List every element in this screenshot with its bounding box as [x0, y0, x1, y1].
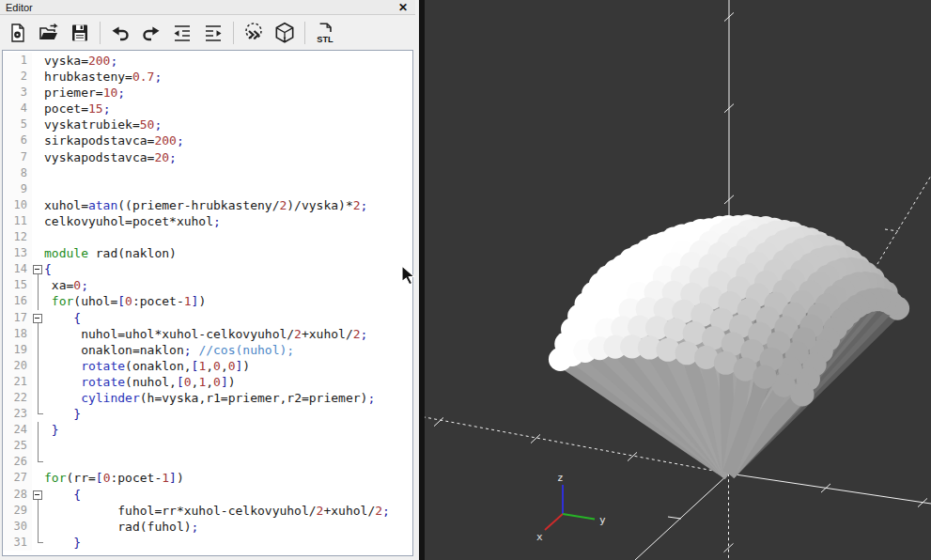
render-button[interactable] [271, 20, 299, 46]
line-number: 3 [3, 85, 32, 101]
line-number: 27 [3, 470, 32, 486]
code-text: } [44, 422, 59, 438]
z-axis-label: z [557, 472, 564, 484]
code-text: cylinder(h=vyska,r1=priemer,r2=priemer); [44, 390, 375, 406]
line-number: 20 [3, 358, 32, 374]
editor-line: 7vyskapodstavca=20; [3, 149, 412, 165]
export-stl-button[interactable]: STL [311, 20, 339, 46]
editor-line: 14{ [3, 261, 412, 277]
line-number: 2 [3, 69, 32, 85]
y-axis-label: y [599, 514, 606, 526]
editor-line: 15 xa=0; [3, 277, 412, 293]
code-text: { [44, 310, 81, 326]
undo-icon [109, 22, 132, 44]
code-text: } [44, 406, 81, 422]
editor-line: 28 { [3, 487, 412, 503]
editor-line: 18 nuhol=uhol*xuhol-celkovyuhol/2+xuhol/… [3, 326, 412, 342]
editor-line: 2hrubkasteny=0.7; [3, 69, 412, 85]
editor-toolbar: STL [0, 16, 423, 49]
editor-line: 1vyska=200; [3, 53, 412, 69]
save-button[interactable] [66, 20, 94, 46]
editor-line: 21 rotate(nuhol,[0,1,0]) [3, 374, 412, 390]
code-text: vyska=200; [44, 53, 117, 69]
line-number: 30 [3, 519, 32, 535]
line-number: 4 [3, 101, 32, 117]
code-text: rotate(nuhol,[0,1,0]) [44, 374, 236, 390]
code-text: celkovyuhol=pocet*xuhol; [44, 213, 221, 229]
redo-button[interactable] [137, 20, 165, 46]
export-stl-icon: STL [313, 21, 337, 45]
toolbar-separator [233, 22, 234, 44]
toolbar-separator [304, 22, 305, 44]
render-cube-icon [272, 21, 297, 45]
editor-dock: Editor ✕ [0, 0, 419, 560]
code-editor[interactable]: 1vyska=200;2hrubkasteny=0.7;3priemer=10;… [2, 50, 413, 556]
code-text: module rad(naklon) [44, 245, 177, 261]
x-axis-label: x [536, 531, 543, 543]
editor-line: 12 [3, 229, 412, 245]
line-number: 24 [3, 422, 32, 438]
fold-margin[interactable] [32, 310, 44, 326]
open-file-button[interactable] [35, 20, 63, 46]
editor-line: 11celkovyuhol=pocet*xuhol; [3, 213, 412, 229]
line-number: 5 [3, 117, 32, 132]
editor-line: 8 [3, 165, 412, 181]
code-text: rad(fuhol); [44, 519, 198, 535]
new-file-icon [7, 22, 29, 44]
code-text: hrubkasteny=0.7; [44, 69, 162, 85]
code-text: for(uhol=[0:pocet-1]) [44, 293, 206, 309]
line-number: 29 [3, 503, 32, 519]
fold-margin [32, 165, 44, 181]
fold-margin [32, 53, 44, 69]
viewport-3d[interactable]: zxy [425, 0, 931, 560]
line-number: 14 [3, 261, 32, 277]
code-text: vyskapodstavca=20; [44, 149, 177, 165]
fold-margin [32, 277, 44, 293]
fold-margin [32, 85, 44, 101]
code-text: { [44, 261, 52, 277]
editor-line: 24 } [3, 422, 412, 438]
preview-icon [241, 21, 266, 45]
code-text: vyskatrubiek=50; [44, 117, 162, 132]
save-floppy-icon [69, 22, 91, 44]
editor-line: 6sirkapodstavca=200; [3, 132, 412, 148]
preview-button[interactable] [240, 20, 268, 46]
code-text: nuhol=uhol*xuhol-celkovyuhol/2+xuhol/2; [44, 326, 367, 342]
editor-dock-titlebar: Editor ✕ [0, 0, 415, 15]
fold-margin [32, 374, 44, 390]
new-file-button[interactable] [4, 20, 32, 46]
line-number: 1 [3, 53, 32, 69]
code-text: xuhol=atan((priemer-hrubkasteny/2)/vyska… [44, 197, 367, 213]
code-text: { [44, 487, 81, 503]
fold-margin [32, 132, 44, 148]
line-number: 18 [3, 326, 32, 342]
editor-line: 26 [3, 454, 412, 470]
line-number: 16 [3, 293, 32, 309]
open-folder-icon [38, 22, 60, 44]
unindent-button[interactable] [168, 20, 196, 46]
line-number: 11 [3, 213, 32, 229]
fold-margin [32, 149, 44, 165]
dock-close-button[interactable]: ✕ [396, 2, 410, 13]
indent-icon [202, 22, 225, 44]
editor-line: 4pocet=15; [3, 101, 412, 117]
fold-margin[interactable] [32, 261, 44, 277]
indent-button[interactable] [199, 20, 227, 46]
editor-line: 13module rad(naklon) [3, 245, 412, 261]
undo-button[interactable] [106, 20, 134, 46]
code-text: rotate(onaklon,[1,0,0]) [44, 358, 250, 374]
line-number: 17 [3, 310, 32, 326]
fold-margin [32, 326, 44, 342]
fold-margin [32, 519, 44, 535]
fold-margin[interactable] [32, 487, 44, 503]
fold-margin [32, 358, 44, 374]
line-number: 31 [3, 535, 32, 551]
editor-line: 10xuhol=atan((priemer-hrubkasteny/2)/vys… [3, 197, 412, 213]
fold-margin [32, 293, 44, 309]
editor-line: 29 fuhol=rr*xuhol-celkovyuhol/2+xuhol/2; [3, 503, 412, 519]
fold-margin [32, 69, 44, 85]
code-text: priemer=10; [44, 85, 125, 101]
editor-line: 20 rotate(onaklon,[1,0,0]) [3, 358, 412, 374]
line-number: 23 [3, 406, 32, 422]
code-text: pocet=15; [44, 101, 110, 117]
